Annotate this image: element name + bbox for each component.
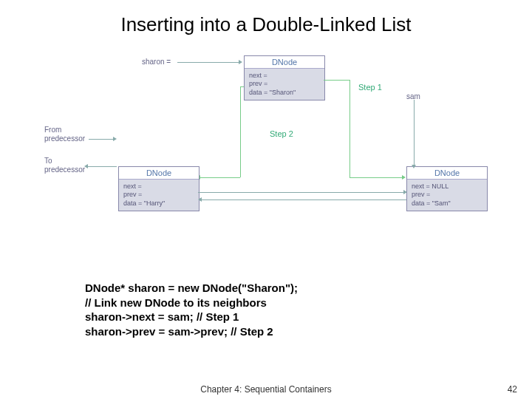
harry-node-head: DNode (119, 167, 199, 180)
sam-node-fields: next = NULL prev = data = "Sam" (407, 180, 487, 211)
harry-node-fields: next = prev = data = "Harry" (119, 180, 199, 211)
diagram: sharon = DNode next = prev = data = "Sha… (44, 52, 495, 259)
harry-node: DNode next = prev = data = "Harry" (118, 166, 200, 211)
sam-prev-line (201, 200, 406, 200)
page-number: 42 (508, 384, 517, 395)
step2-seg1 (240, 86, 241, 177)
sharon-label: sharon = (142, 58, 171, 66)
sam-pointer-line (414, 100, 415, 166)
sharon-pointer (177, 62, 240, 63)
harry-next-line (198, 192, 405, 193)
sharon-arrowhead (239, 60, 242, 64)
sharon-node-fields: next = prev = data = "Sharon" (245, 69, 324, 100)
step2-label: Step 2 (270, 129, 293, 138)
step2-seg0 (240, 86, 244, 87)
sam-node-head: DNode (407, 167, 487, 180)
to-pred-line (87, 166, 117, 167)
code-block: DNode* sharon = new DNode("Sharon"); // … (85, 281, 298, 338)
sam-node: DNode next = NULL prev = data = "Sam" (406, 166, 488, 211)
step1-seg3 (349, 177, 403, 178)
from-predecessor-label: From predecessor (44, 126, 85, 143)
from-pred-line (89, 139, 115, 140)
step2-seg2 (200, 177, 240, 178)
step1-seg2 (349, 80, 350, 177)
sharon-node: DNode next = prev = data = "Sharon" (244, 55, 325, 100)
slide-title: Inserting into a Double-Linked List (0, 13, 532, 36)
step1-label: Step 1 (358, 83, 382, 92)
harry-next-arrowhead (403, 190, 407, 194)
sharon-node-head: DNode (245, 56, 324, 69)
to-predecessor-label: To predecessor (44, 157, 85, 174)
step1-seg1 (324, 80, 349, 81)
from-pred-arrowhead (113, 137, 117, 141)
step1-arrowhead (402, 175, 406, 180)
sam-pointer-arrowhead (412, 165, 416, 168)
sam-prev-arrowhead (198, 197, 202, 202)
footer-chapter: Chapter 4: Sequential Containers (0, 384, 532, 395)
to-pred-arrowhead (84, 164, 88, 168)
